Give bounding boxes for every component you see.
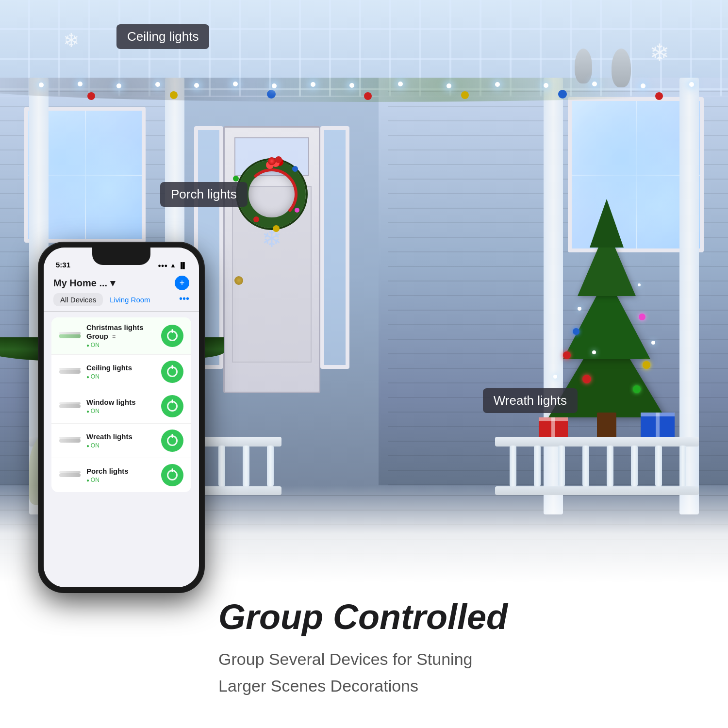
group-controlled-title: Group Controlled: [218, 598, 699, 636]
phone-time: 5:31: [56, 261, 70, 269]
ceiling-lights-label-text: Ceiling lights: [127, 29, 199, 44]
wifi-icon: ▲: [170, 262, 176, 269]
desc-line-2: Larger Scenes Decorations: [218, 673, 699, 699]
battery-icon: ▐▌: [179, 262, 187, 269]
snowflake-1: ❄: [63, 29, 80, 51]
window-toggle[interactable]: [161, 395, 183, 417]
tab-all-devices[interactable]: All Devices: [53, 293, 103, 306]
group-equals-icon: =: [112, 333, 116, 340]
tab-living-room-label: Living Room: [110, 296, 150, 304]
ceiling-toggle-icon: [167, 366, 178, 377]
christmas-group-icon: [59, 329, 81, 343]
ceiling-lights: [0, 78, 728, 97]
porch-toggle[interactable]: [161, 464, 183, 486]
status-icons: ●●● ▲ ▐▌: [158, 262, 187, 269]
ceiling-info: Ceiling lights ON: [86, 364, 155, 380]
phone-mockup: 5:31 ●●● ▲ ▐▌ My Home ... ▾ + All De: [39, 243, 204, 592]
window-icon: [59, 399, 81, 413]
wreath-toggle[interactable]: [161, 430, 183, 452]
tab-living-room[interactable]: Living Room: [103, 293, 157, 306]
device-item-wreath: Wreath lights ON: [51, 424, 191, 458]
wreath-info: Wreath lights ON: [86, 432, 155, 449]
wreath-lights-label: Wreath lights: [483, 388, 578, 413]
phone-body: 5:31 ●●● ▲ ▐▌ My Home ... ▾ + All De: [39, 243, 204, 592]
window-name: Window lights: [86, 398, 155, 407]
group-controlled-description: Group Several Devices for Stuning Larger…: [218, 646, 699, 699]
wreath-lights-label-text: Wreath lights: [494, 393, 567, 408]
porch-info: Porch lights ON: [86, 467, 155, 483]
add-icon: +: [180, 278, 185, 288]
phone-notch: [92, 248, 150, 265]
wreath-toggle-icon: [167, 435, 178, 446]
christmas-tree: [524, 204, 689, 456]
porch-toggle-icon: [167, 470, 178, 480]
wreath-name: Wreath lights: [86, 432, 155, 441]
device-item-window: Window lights ON: [51, 389, 191, 424]
ceiling-toggle[interactable]: [161, 361, 183, 383]
porch-device-icon: [59, 468, 81, 482]
phone-header: My Home ... ▾ + All Devices Living Room …: [44, 272, 199, 311]
phone-screen: 5:31 ●●● ▲ ▐▌ My Home ... ▾ + All De: [44, 248, 199, 587]
more-button[interactable]: •••: [179, 293, 189, 306]
porch-lights-label: Porch lights: [160, 182, 248, 207]
device-item-porch: Porch lights ON: [51, 458, 191, 492]
header-divider: [44, 311, 199, 312]
wreath-device-icon: [59, 434, 81, 447]
christmas-group-toggle[interactable]: [161, 325, 183, 347]
tab-all-devices-label: All Devices: [60, 296, 96, 304]
center-right-window: [320, 126, 349, 369]
ceiling-name: Ceiling lights: [86, 364, 155, 372]
home-title: My Home ... ▾: [53, 277, 115, 289]
phone-tabs: All Devices Living Room •••: [53, 293, 189, 306]
wreath-berries: [268, 157, 276, 165]
ceiling-lights-label: Ceiling lights: [116, 24, 209, 49]
device-list: Christmas lights Group = ON: [51, 317, 191, 492]
ceiling-status: ON: [86, 373, 155, 380]
christmas-group-status: ON: [86, 342, 155, 348]
wreath-status: ON: [86, 442, 155, 449]
window-info: Window lights ON: [86, 398, 155, 414]
christmas-group-info: Christmas lights Group = ON: [86, 323, 155, 348]
door-wreath: [238, 160, 306, 228]
christmas-group-name: Christmas lights Group =: [86, 323, 155, 341]
porch-name: Porch lights: [86, 467, 155, 476]
porch-lights-label-text: Porch lights: [171, 187, 237, 201]
snowflake-2: ❄: [649, 39, 670, 67]
home-row: My Home ... ▾ +: [53, 276, 189, 290]
desc-line-1: Group Several Devices for Stuning: [218, 646, 699, 672]
window-status: ON: [86, 408, 155, 414]
porch-status: ON: [86, 477, 155, 483]
door-knob: [234, 276, 243, 285]
bottom-text-section: Group Controlled Group Several Devices f…: [218, 598, 699, 699]
add-button[interactable]: +: [175, 276, 189, 290]
window-toggle-icon: [167, 401, 178, 412]
device-item-ceiling: Ceiling lights ON: [51, 355, 191, 389]
signal-icon: ●●●: [158, 263, 167, 268]
ceiling-icon: [59, 365, 81, 379]
device-item-christmas-group: Christmas lights Group = ON: [51, 317, 191, 355]
more-icon: •••: [179, 293, 189, 304]
toggle-power-icon: [167, 331, 178, 341]
